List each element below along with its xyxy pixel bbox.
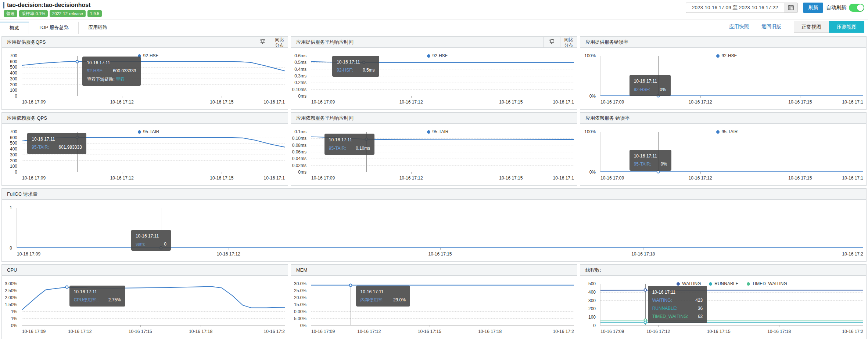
chart-card-mem: MEM30.0%25.0%20.0%15.0%0.00%5.00%0%10-16… [291, 264, 577, 339]
legend-item-95-TAIR[interactable]: 95-TAIR [427, 129, 449, 134]
chart-controls: 同比分布 [254, 37, 288, 47]
view-toggle-group: 正常视图压测视图 [794, 21, 864, 33]
x-axis-tick-label: 10-16 17:09 [600, 175, 624, 181]
legend-item-92-HSF[interactable]: 92-HSF [427, 53, 448, 58]
tab-overview[interactable]: 概览 [0, 22, 29, 34]
legend-dot [138, 130, 141, 134]
compare-link[interactable]: 同比 [560, 37, 577, 42]
chart-legend: WAITINGRUNNABLETIMED_WAITING [677, 281, 787, 286]
tooltip-series-label: 内存使用率: [361, 296, 384, 304]
chart-card-header: 应用依赖服务 QPS [2, 113, 288, 124]
chart-card-header: 线程数: [580, 265, 866, 276]
app-snapshot-link[interactable]: 应用快照 [729, 23, 749, 30]
compare-link[interactable]: 同比 [271, 37, 288, 42]
x-axis-tick-label: 10-16 17:15 [418, 329, 441, 334]
legend-dot [716, 54, 720, 58]
chart-tooltip: 10-16 17:11内存使用率:29.0% [356, 286, 410, 307]
y-axis: 0.6ms0.5ms0.4ms0.3ms0.2ms0.10ms0ms [291, 56, 308, 96]
chart-card-header: 应用依赖服务 错误率 [580, 113, 866, 124]
tab-top-services[interactable]: TOP 服务总览 [29, 22, 79, 34]
tooltip-time: 10-16 17:11 [361, 288, 406, 296]
legend-label: TIMED_WAITING [752, 281, 787, 286]
x-axis-tick [411, 96, 412, 98]
x-axis-tick-label: 10-16 17:15 [788, 99, 812, 105]
stress-view-button[interactable]: 压测视图 [829, 21, 864, 33]
tooltip-value: 0.10ms [356, 144, 370, 152]
distribution-link[interactable]: 分布 [560, 42, 577, 48]
tooltip-value: 36 [698, 304, 703, 312]
chart-body: 0.1ms0.10ms0.08ms0.06ms0.04ms0.02ms0ms95… [291, 124, 577, 185]
chart-title: MEM [291, 267, 307, 273]
y-axis-tick-label: 100 [10, 88, 17, 93]
plot-area: 92-HSF10-16 17:1192-HSF:0%10-16 17:0910-… [600, 56, 863, 96]
tooltip-value: 600.033333 [113, 67, 136, 75]
refresh-button[interactable]: 刷新 [803, 3, 823, 13]
tooltip-value: 0% [661, 160, 667, 168]
chart-tooltip: 10-16 17:1195-TAIR:0% [630, 150, 671, 171]
x-axis-tick-label: 10-16 17:12 [689, 175, 712, 181]
chart-legend: 92-HSF [427, 53, 448, 58]
date-range-value: 2023-10-16 17:09 至 2023-10-16 17:22 [692, 5, 778, 10]
normal-view-button[interactable]: 正常视图 [794, 21, 829, 33]
y-axis: 0.1ms0.10ms0.08ms0.06ms0.04ms0.02ms0ms [291, 132, 308, 172]
x-axis-tick-label: 10-16 17:2 [553, 329, 574, 334]
tooltip-row: 95-TAIR:0% [634, 160, 667, 168]
alarm-bell-button[interactable] [543, 37, 560, 47]
chart-body: 3.00%2.50%2.00%1.50%1%1%0%10-16 17:11CPU… [2, 276, 288, 339]
legend-item-RUNNABLE[interactable]: RUNNABLE [709, 281, 738, 286]
legend-item-TIMED_WAITING[interactable]: TIMED_WAITING [747, 281, 787, 286]
toggle-knob [857, 4, 864, 11]
chart-title: CPU [2, 267, 17, 273]
chart-card-header: 应用提供服务错误率 [580, 37, 866, 48]
x-axis-tick-label: 10-16 17:15 [499, 175, 523, 181]
chart-tooltip: 10-16 17:1195-TAIR:601.983333 [27, 133, 86, 154]
tooltip-time: 10-16 17:11 [329, 136, 370, 144]
chart-row: CPU3.00%2.50%2.00%1.50%1%1%0%10-16 17:11… [1, 264, 867, 339]
back-old-version-link[interactable]: 返回旧版 [761, 23, 781, 30]
legend-label: RUNNABLE [714, 281, 738, 286]
x-axis-tick-label: 10-16 17:09 [311, 175, 335, 181]
x-axis-tick [222, 96, 222, 98]
y-axis: 100%0% [580, 132, 597, 172]
x-axis-tick [201, 325, 201, 327]
tooltip-row: WAITING:423 [652, 296, 703, 304]
tooltip-series-label: WAITING: [652, 296, 672, 304]
data-point-marker [65, 286, 68, 289]
auto-refresh-toggle[interactable] [849, 4, 864, 12]
legend-item-92-HSF[interactable]: 92-HSF [716, 53, 737, 58]
tooltip-time: 10-16 17:11 [87, 59, 136, 67]
x-axis-tick [700, 96, 701, 98]
data-point-marker [643, 320, 647, 324]
calendar-icon [788, 4, 794, 11]
y-axis: 7006005004003002001000 [2, 56, 19, 96]
x-axis-tick-label: 10-16 17:12 [217, 251, 240, 257]
chart-title: 应用依赖服务 QPS [2, 115, 47, 122]
y-axis-tick-label: 700 [10, 53, 17, 58]
tooltip-series-label: TIMED_WAITING: [652, 312, 688, 320]
alarm-bell-button[interactable] [254, 37, 271, 47]
date-range-input[interactable]: 2023-10-16 17:09 至 2023-10-16 17:22 [686, 3, 784, 13]
tab-app-trace[interactable]: 应用链路 [78, 22, 117, 34]
legend-item-95-TAIR[interactable]: 95-TAIR [716, 129, 738, 134]
chart-card-provide-rt: 应用提供服务平均响应时间同比分布0.6ms0.5ms0.4ms0.3ms0.2m… [291, 36, 577, 110]
view-downstream-trace-link[interactable]: 查看 [116, 77, 125, 82]
legend-item-WAITING[interactable]: WAITING [677, 281, 701, 286]
y-axis-tick-label: 0.06ms [292, 149, 306, 155]
legend-item-95-TAIR[interactable]: 95-TAIR [138, 129, 159, 134]
y-axis-tick-label: 100% [584, 129, 596, 134]
y-axis-tick-label: 400 [10, 146, 17, 152]
distribution-link[interactable]: 分布 [271, 42, 288, 48]
data-point-marker [349, 283, 352, 287]
chart-card-header: CPU [2, 265, 288, 276]
tooltip-series-label: sum: [136, 240, 145, 248]
plot-area: 95-TAIR10-16 17:1195-TAIR:0.10ms10-16 17… [311, 132, 574, 172]
calendar-button[interactable] [784, 3, 798, 13]
plot-area: 95-TAIR10-16 17:1195-TAIR:601.98333310-1… [22, 132, 285, 172]
chart-title: 应用依赖服务 错误率 [580, 115, 630, 122]
chart-card-depend-err: 应用依赖服务 错误率100%0%95-TAIR10-16 17:1195-TAI… [580, 112, 867, 186]
x-axis-tick [229, 248, 229, 250]
x-axis-tick-label: 10-16 17:15 [428, 251, 452, 257]
x-axis-tick-label: 10-16 17:12 [68, 329, 92, 334]
legend-item-92-HSF[interactable]: 92-HSF [138, 53, 158, 58]
page-title: tao-decision:tao-decisionhost [7, 2, 91, 8]
